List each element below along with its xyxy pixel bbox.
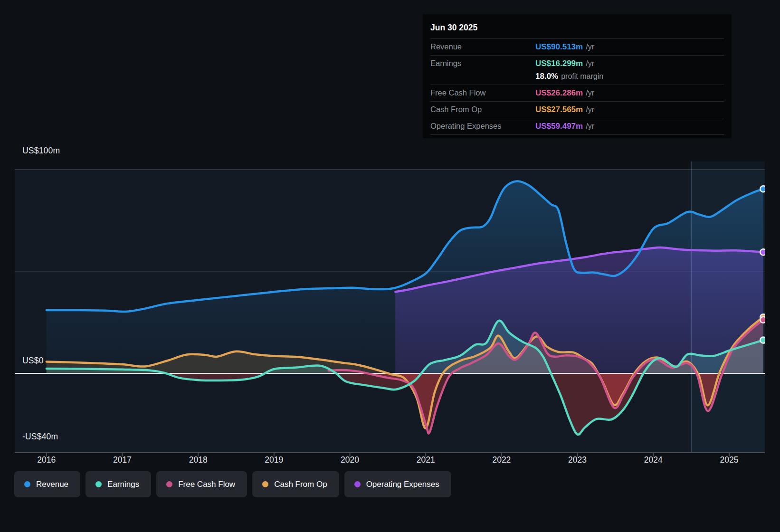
legend-item-label: Earnings — [107, 480, 139, 489]
chart-page: US$100m US$0 -US$40m 2016201720182019202… — [0, 0, 780, 532]
x-axis-label-2018: 2018 — [189, 455, 208, 465]
x-axis-label-2019: 2019 — [265, 455, 283, 465]
tooltip-row-value: US$26.286m — [535, 88, 583, 98]
y-axis-label-0: US$0 — [22, 356, 44, 366]
earnings-endpoint-dot — [760, 337, 766, 343]
legend-dot-icon — [166, 481, 172, 487]
x-axis-label-2023: 2023 — [568, 455, 587, 465]
tooltip-row: Operating ExpensesUS$59.497m/yr — [430, 118, 724, 134]
tooltip-row-label: Earnings — [430, 59, 535, 68]
tooltip-profit-margin-row: 18.0% profit margin — [430, 72, 724, 85]
legend-dot-icon — [262, 481, 268, 487]
tooltip-date: Jun 30 2025 — [430, 20, 724, 38]
tooltip-row-label: Cash From Op — [430, 105, 535, 114]
x-axis-label-2017: 2017 — [113, 455, 132, 465]
tooltip-row-unit: /yr — [586, 89, 594, 97]
profit-margin-label: profit margin — [561, 72, 603, 81]
x-axis-label-2016: 2016 — [37, 455, 56, 465]
legend-item-label: Operating Expenses — [366, 480, 439, 489]
legend-item-label: Free Cash Flow — [178, 480, 235, 489]
tooltip-row-unit: /yr — [586, 59, 594, 68]
tooltip-row-value: US$59.497m — [535, 122, 583, 131]
legend-item-earnings[interactable]: Earnings — [86, 471, 151, 497]
y-axis-label-100m: US$100m — [22, 146, 60, 156]
legend-dot-icon — [95, 481, 102, 487]
profit-margin-value: 18.0% — [535, 72, 558, 81]
revenue-endpoint-dot — [760, 186, 766, 192]
legend-item-operating-expenses[interactable]: Operating Expenses — [344, 471, 451, 497]
x-axis-label-2024: 2024 — [644, 455, 663, 465]
legend-item-label: Cash From Op — [274, 480, 327, 489]
x-axis-label-2022: 2022 — [492, 455, 511, 465]
tooltip-row-unit: /yr — [586, 43, 594, 51]
legend-item-label: Revenue — [36, 480, 68, 489]
legend-item-cash-from-op[interactable]: Cash From Op — [252, 471, 339, 497]
legend-dot-icon — [354, 481, 361, 487]
y-axis-label-neg40m: -US$40m — [22, 432, 58, 442]
x-axis-label-2020: 2020 — [341, 455, 359, 465]
x-axis-label-2021: 2021 — [417, 455, 435, 465]
x-axis-label-2025: 2025 — [720, 455, 738, 465]
tooltip-row-value: US$90.513m — [535, 42, 583, 52]
tooltip-row: Cash From OpUS$27.565m/yr — [430, 101, 724, 118]
tooltip-row-label: Operating Expenses — [430, 122, 535, 131]
tooltip-row-value: US$16.299m — [535, 59, 583, 68]
tooltip-row: EarningsUS$16.299m/yr — [430, 55, 724, 72]
operating-expenses-endpoint-dot — [760, 249, 766, 255]
legend-item-revenue[interactable]: Revenue — [14, 471, 80, 497]
tooltip-row-label: Revenue — [430, 42, 535, 51]
chart-tooltip: Jun 30 2025 RevenueUS$90.513m/yrEarnings… — [423, 14, 732, 138]
x-axis: 2016201720182019202020212022202320242025 — [0, 455, 780, 466]
tooltip-row-unit: /yr — [586, 122, 594, 131]
chart-legend: RevenueEarningsFree Cash FlowCash From O… — [14, 471, 451, 497]
free-cash-flow-endpoint-dot — [760, 317, 766, 323]
tooltip-row: RevenueUS$90.513m/yr — [430, 38, 724, 55]
legend-item-free-cash-flow[interactable]: Free Cash Flow — [156, 471, 247, 497]
legend-dot-icon — [24, 481, 30, 487]
tooltip-row-label: Free Cash Flow — [430, 88, 535, 97]
tooltip-row-value: US$27.565m — [535, 105, 583, 114]
tooltip-row: Free Cash FlowUS$26.286m/yr — [430, 85, 724, 101]
tooltip-row-unit: /yr — [586, 105, 594, 114]
